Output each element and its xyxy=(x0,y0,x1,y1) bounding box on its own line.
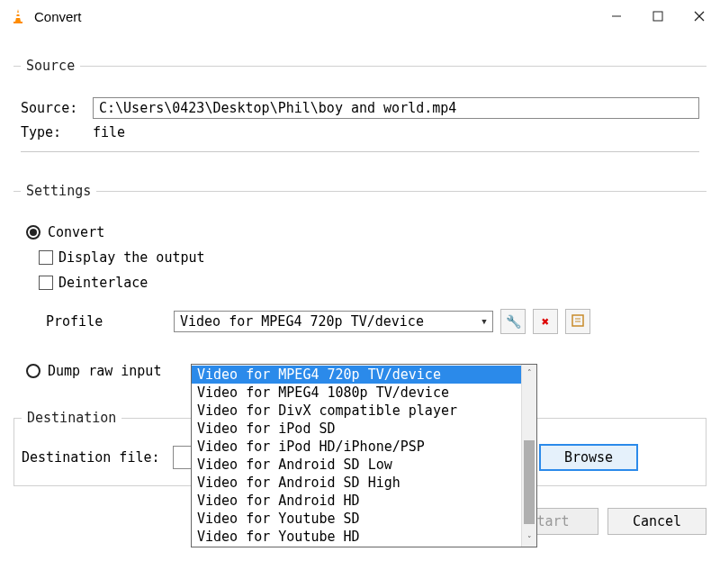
svg-rect-0 xyxy=(16,13,20,14)
divider xyxy=(21,151,699,152)
browse-button[interactable]: Browse xyxy=(539,444,638,471)
source-label: Source: xyxy=(21,100,93,116)
profile-option[interactable]: Video for iPod SD xyxy=(192,420,521,438)
close-button[interactable] xyxy=(679,0,720,32)
type-label: Type: xyxy=(21,124,93,140)
display-output-checkbox-row[interactable]: Display the output xyxy=(21,249,699,266)
profile-dropdown: Video for MPEG4 720p TV/device Video for… xyxy=(191,364,537,547)
profile-option[interactable]: Video for MPEG4 1080p TV/device xyxy=(192,384,521,402)
dump-raw-label: Dump raw input xyxy=(48,363,161,379)
type-value: file xyxy=(93,124,125,140)
scroll-track[interactable] xyxy=(522,380,536,531)
wrench-icon: 🔧 xyxy=(506,314,521,329)
scroll-up-icon[interactable]: ˄ xyxy=(522,365,536,380)
profile-dropdown-list: Video for MPEG4 720p TV/device Video for… xyxy=(192,365,521,547)
chevron-down-icon: ▼ xyxy=(476,312,492,331)
edit-profile-button[interactable]: 🔧 xyxy=(500,309,526,334)
dropdown-scrollbar[interactable]: ˄ ˅ xyxy=(521,365,536,547)
display-output-label: Display the output xyxy=(58,249,205,266)
destination-file-label: Destination file: xyxy=(22,449,173,466)
window-title: Convert xyxy=(34,9,596,24)
convert-radio-label: Convert xyxy=(48,224,104,240)
profile-select[interactable]: Video for MPEG4 720p TV/device ▼ xyxy=(174,311,493,332)
delete-icon: ✖ xyxy=(542,314,549,329)
scroll-thumb[interactable] xyxy=(524,440,535,523)
deinterlace-label: Deinterlace xyxy=(58,275,148,291)
maximize-button[interactable] xyxy=(637,0,679,32)
profile-option[interactable]: Video for DivX compatible player xyxy=(192,402,521,420)
settings-legend: Settings xyxy=(21,183,96,199)
titlebar: Convert xyxy=(0,0,720,32)
source-group: Source Source: Type: file xyxy=(14,58,706,167)
profile-option[interactable]: Video for Android SD Low xyxy=(192,456,521,474)
checkbox-icon xyxy=(39,276,53,290)
source-legend: Source xyxy=(21,58,80,74)
svg-rect-2 xyxy=(14,22,22,23)
scroll-down-icon[interactable]: ˅ xyxy=(522,531,536,547)
profile-selected-text: Video for MPEG4 720p TV/device xyxy=(180,313,424,330)
cancel-button[interactable]: Cancel xyxy=(608,508,706,535)
profile-option[interactable]: Video for Youtube SD xyxy=(192,510,521,528)
svg-rect-7 xyxy=(572,315,583,326)
destination-legend: Destination xyxy=(22,410,122,426)
deinterlace-checkbox-row[interactable]: Deinterlace xyxy=(21,275,699,291)
delete-profile-button[interactable]: ✖ xyxy=(533,309,558,334)
profile-option[interactable]: Video for MPEG4 720p TV/device xyxy=(192,366,521,384)
convert-radio-row[interactable]: Convert xyxy=(21,224,699,240)
radio-icon xyxy=(26,225,40,240)
vlc-cone-icon xyxy=(9,7,27,25)
new-profile-button[interactable] xyxy=(565,309,590,334)
checkbox-icon xyxy=(39,250,53,265)
profile-option[interactable]: Video for iPod HD/iPhone/PSP xyxy=(192,438,521,456)
profile-option[interactable]: Video for Youtube HD xyxy=(192,528,521,546)
svg-rect-1 xyxy=(16,16,21,18)
new-profile-icon xyxy=(571,313,585,330)
radio-icon xyxy=(26,364,40,378)
profile-option[interactable]: Video for Android SD High xyxy=(192,474,521,492)
source-input[interactable] xyxy=(93,97,699,119)
profile-option[interactable]: Video for Android HD xyxy=(192,492,521,510)
profile-label: Profile xyxy=(21,313,174,330)
svg-rect-4 xyxy=(653,12,662,21)
minimize-button[interactable] xyxy=(596,0,637,32)
